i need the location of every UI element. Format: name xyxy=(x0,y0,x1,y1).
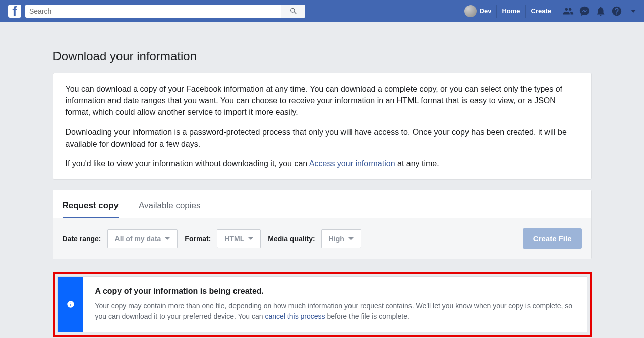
info-paragraph-1: You can download a copy of your Facebook… xyxy=(66,83,579,118)
search-wrap xyxy=(25,5,305,18)
search-input[interactable] xyxy=(25,5,305,18)
date-range-label: Date range: xyxy=(63,235,101,243)
messenger-icon[interactable] xyxy=(578,5,591,17)
chevron-down-icon xyxy=(165,237,170,240)
tab-available-copies[interactable]: Available copies xyxy=(139,197,201,218)
home-link[interactable]: Home xyxy=(496,5,525,18)
format-label: Format: xyxy=(185,235,211,243)
friends-icon[interactable] xyxy=(562,5,574,17)
info-card: You can download a copy of your Facebook… xyxy=(53,73,592,180)
facebook-logo[interactable]: f xyxy=(8,5,21,18)
access-info-link[interactable]: Access your information xyxy=(309,159,395,168)
status-box: A copy of your information is being crea… xyxy=(57,276,587,332)
filter-format: Format: HTML xyxy=(185,229,261,248)
avatar xyxy=(464,5,477,17)
status-text: Your copy may contain more than one file… xyxy=(95,301,574,322)
main-container: Download your information You can downlo… xyxy=(45,22,600,337)
status-sidebar xyxy=(58,277,83,332)
status-highlight: A copy of your information is being crea… xyxy=(53,272,592,337)
profile-link[interactable]: Dev xyxy=(459,5,497,17)
info-paragraph-2: Downloading your information is a passwo… xyxy=(66,126,579,150)
create-file-button[interactable]: Create File xyxy=(523,228,582,249)
search-icon xyxy=(289,7,298,15)
top-header: f Dev Home Create xyxy=(0,0,644,22)
chevron-down-icon xyxy=(248,237,253,240)
media-quality-label: Media quality: xyxy=(268,235,315,243)
chevron-down-icon xyxy=(348,237,354,240)
info-paragraph-3: If you'd like to view your information w… xyxy=(66,158,579,169)
filter-date-range: Date range: All of my data xyxy=(63,229,178,248)
status-content: A copy of your information is being crea… xyxy=(83,277,587,332)
header-icons xyxy=(562,5,636,17)
format-select[interactable]: HTML xyxy=(217,229,261,248)
help-icon[interactable] xyxy=(611,5,623,17)
info-icon xyxy=(67,300,75,308)
page-title: Download your information xyxy=(53,49,592,63)
account-dropdown-icon[interactable] xyxy=(631,10,636,13)
tabs: Request copy Available copies xyxy=(53,190,591,218)
create-link[interactable]: Create xyxy=(525,5,556,18)
user-name: Dev xyxy=(480,7,492,15)
status-title: A copy of your information is being crea… xyxy=(95,287,574,296)
tab-request-copy[interactable]: Request copy xyxy=(63,197,119,218)
date-range-select[interactable]: All of my data xyxy=(107,229,178,248)
request-panel: Request copy Available copies Date range… xyxy=(53,190,592,259)
search-button[interactable] xyxy=(281,5,305,18)
cancel-process-link[interactable]: cancel this process xyxy=(265,312,325,320)
notifications-icon[interactable] xyxy=(595,5,607,17)
media-quality-select[interactable]: High xyxy=(321,229,361,248)
filter-media: Media quality: High xyxy=(268,229,361,248)
filters-row: Date range: All of my data Format: HTML … xyxy=(53,218,591,259)
header-right: Dev Home Create xyxy=(459,5,636,18)
